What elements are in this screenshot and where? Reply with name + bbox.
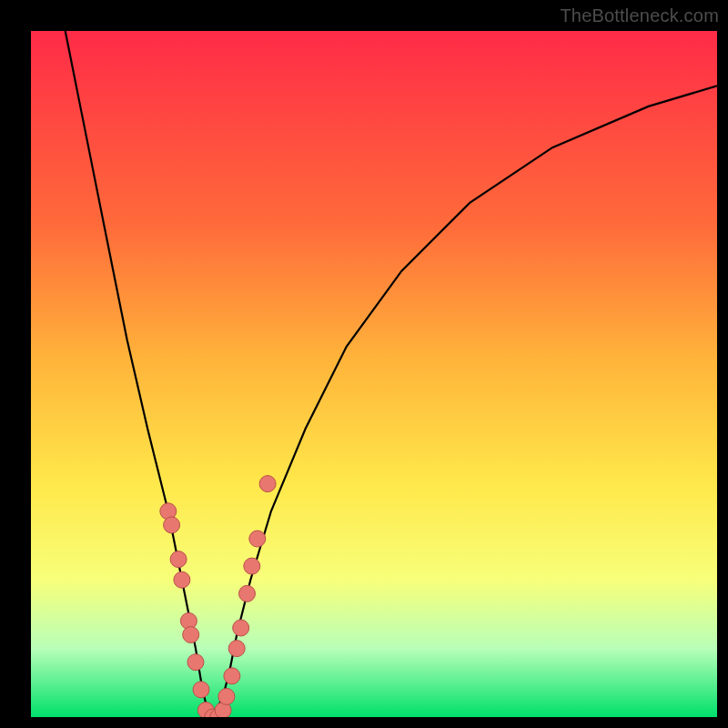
marker-point: [244, 558, 260, 574]
marker-point: [174, 571, 190, 588]
marker-point: [187, 654, 204, 671]
marker-point: [218, 688, 235, 704]
marker-point: [183, 627, 199, 643]
gradient-background: [31, 31, 717, 717]
marker-point: [233, 620, 249, 636]
outer-frame: TheBottleneck.com: [0, 0, 728, 728]
marker-point: [193, 682, 209, 698]
plot-area: [31, 31, 717, 717]
marker-point: [170, 551, 187, 568]
marker-point: [239, 585, 256, 602]
marker-point: [259, 476, 276, 492]
bottleneck-chart: [31, 31, 717, 717]
marker-point: [228, 641, 245, 657]
marker-point: [224, 668, 240, 684]
watermark-text: TheBottleneck.com: [560, 5, 719, 26]
marker-point: [164, 517, 180, 533]
marker-point: [249, 531, 266, 547]
